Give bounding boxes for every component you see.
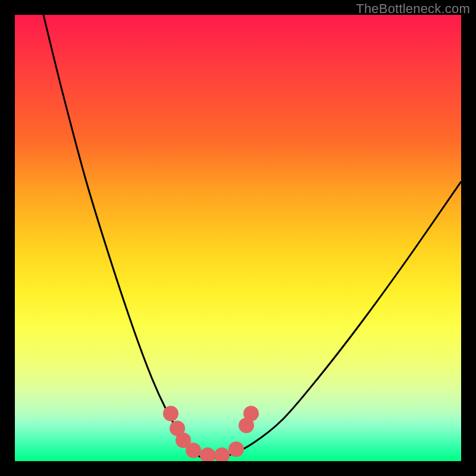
chart-marker — [243, 406, 259, 421]
chart-frame: TheBottleneck.com — [0, 0, 476, 476]
chart-marker — [186, 443, 201, 458]
chart-marker — [228, 441, 244, 457]
chart-marker — [214, 447, 230, 461]
chart-marker — [200, 447, 215, 461]
watermark-text: TheBottleneck.com — [356, 1, 470, 17]
chart-svg — [15, 15, 461, 461]
chart-markers — [163, 406, 259, 461]
chart-marker — [163, 406, 178, 421]
bottleneck-curve — [43, 15, 461, 458]
chart-plot-area — [15, 15, 461, 461]
